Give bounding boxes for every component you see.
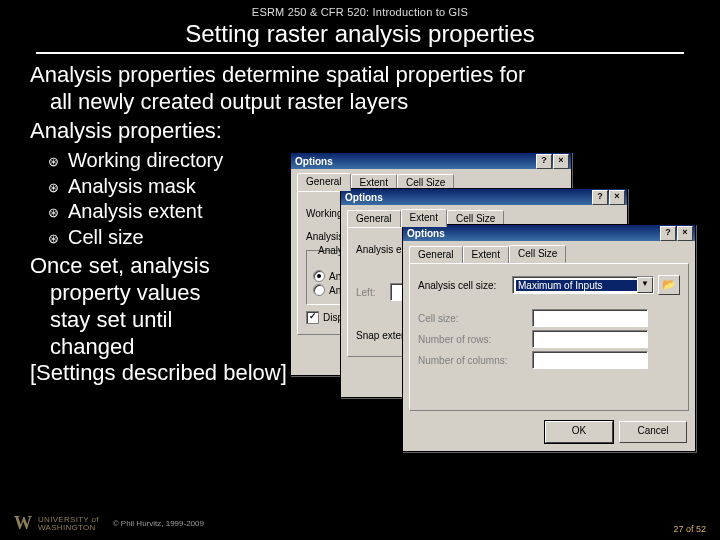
titlebar[interactable]: Options ? × <box>291 153 571 169</box>
options-dialogs: Options ? × General Extent Cell Size Wor… <box>290 152 705 472</box>
course-header: ESRM 250 & CFR 520: Introduction to GIS <box>0 0 720 18</box>
cols-input[interactable] <box>532 351 648 369</box>
properties-label: Analysis properties: <box>30 118 690 145</box>
tab-general[interactable]: General <box>297 173 351 191</box>
para1-line2: all newly created output raster layers <box>30 89 690 116</box>
tab-general[interactable]: General <box>409 246 463 264</box>
close-button[interactable]: × <box>677 226 693 241</box>
title-underline <box>36 52 684 54</box>
cols-label: Number of columns: <box>418 355 528 366</box>
ok-button[interactable]: OK <box>545 421 613 443</box>
slide-title: Setting raster analysis properties <box>0 20 720 48</box>
uw-logo: W UNIVERSITY of WASHINGTON © Phil Hurvit… <box>14 513 204 534</box>
dialog-title: Options <box>407 228 445 239</box>
dialog-title: Options <box>295 156 333 167</box>
cellsize-label: Analysis cell size: <box>418 280 508 291</box>
cellsize-value: Maximum of Inputs <box>516 280 637 291</box>
tab-general[interactable]: General <box>347 210 401 228</box>
uw-w-icon: W <box>14 513 32 534</box>
rows-label: Number of rows: <box>418 334 528 345</box>
page-number: 27 of 52 <box>673 524 706 534</box>
dialog-cell-size: Options ? × General Extent Cell Size Ana… <box>402 224 696 452</box>
paragraph-1: Analysis properties determine spatial pr… <box>30 62 690 116</box>
cellsize-dropdown[interactable]: Maximum of Inputs ▼ <box>512 276 654 294</box>
titlebar[interactable]: Options ? × <box>403 225 695 241</box>
cellsize-input[interactable] <box>532 309 648 327</box>
browse-icon[interactable]: 📂 <box>658 275 680 295</box>
para2-line1: Once set, analysis <box>30 253 210 278</box>
chevron-down-icon[interactable]: ▼ <box>637 277 653 293</box>
help-button[interactable]: ? <box>660 226 676 241</box>
close-button[interactable]: × <box>553 154 569 169</box>
cancel-button[interactable]: Cancel <box>619 421 687 443</box>
copyright: © Phil Hurvitz, 1999-2009 <box>113 519 204 528</box>
help-button[interactable]: ? <box>592 190 608 205</box>
uw-line2: WASHINGTON <box>38 523 96 532</box>
dialog-title: Options <box>345 192 383 203</box>
tab-extent[interactable]: Extent <box>463 246 509 264</box>
close-button[interactable]: × <box>609 190 625 205</box>
para1-line1: Analysis properties determine spatial pr… <box>30 62 525 87</box>
left-label: Left: <box>356 287 386 298</box>
rows-input[interactable] <box>532 330 648 348</box>
help-button[interactable]: ? <box>536 154 552 169</box>
tab-extent[interactable]: Extent <box>401 209 447 227</box>
tab-cell-size[interactable]: Cell Size <box>509 245 566 263</box>
cellsize-field-label: Cell size: <box>418 313 528 324</box>
titlebar[interactable]: Options ? × <box>341 189 627 205</box>
